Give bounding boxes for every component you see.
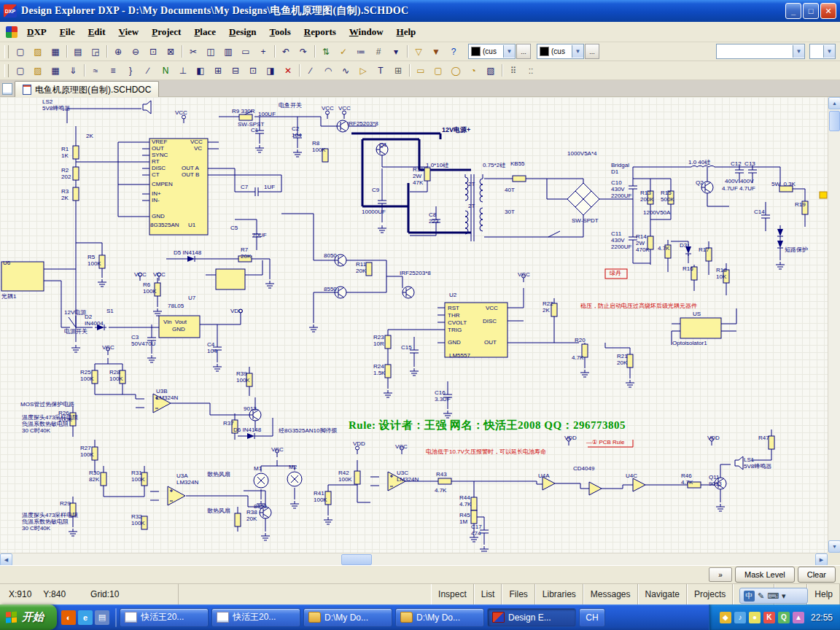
vertical-scrollbar[interactable]: ▲ ▼ [828,97,840,553]
quick-launch-browser-icon[interactable]: ◐ [61,610,76,625]
save-document-icon[interactable]: ▦ [47,43,64,60]
paste-icon[interactable]: ▥ [219,43,237,60]
panel-expand-button[interactable]: » [709,567,732,582]
edit-validate-icon[interactable]: ✓ [335,43,352,60]
place-arc-icon[interactable]: ◠ [319,62,337,79]
toolbar-grip[interactable] [4,64,9,77]
panel-button-messages[interactable]: Messages [583,584,638,604]
fill-color-more-button[interactable]: ... [585,44,599,59]
save-all-icon[interactable]: ▦ [47,62,64,79]
zoom-selection-icon[interactable]: ⊠ [162,43,179,60]
menu-item-design[interactable]: Design [222,23,263,41]
place-round-rectangle-icon[interactable]: ▢ [429,62,447,79]
tray-icon-4[interactable]: K [763,612,775,623]
sort-icon[interactable]: ⇅ [317,43,335,60]
scroll-up-icon[interactable]: ▲ [828,97,840,109]
menu-item-help[interactable]: Help [390,23,423,41]
tray-icon-5[interactable]: Q [778,612,790,623]
chevron-down-icon[interactable]: ▼ [793,45,804,58]
taskbar-button[interactable]: D:\My Do... [303,608,392,627]
move-icon[interactable]: + [254,43,272,60]
title-bar[interactable]: DXP Design Explorer DXP - D:\My Document… [0,0,840,22]
tray-icon-1[interactable]: ◆ [720,612,731,623]
new-sheet-icon[interactable]: ▢ [12,62,29,79]
filter-icon[interactable]: ▽ [410,43,427,60]
taskbar-button[interactable]: Design E... [487,608,576,627]
place-bezier-icon[interactable]: ∿ [337,62,354,79]
tray-icon-6[interactable]: ▲ [793,612,804,623]
start-button[interactable]: 开始 [0,604,57,630]
help-icon[interactable]: ? [445,43,462,60]
wire-color-combo[interactable]: (cus ▼ [468,44,516,59]
menu-item-tools[interactable]: Tools [263,23,298,41]
tray-icon-3[interactable]: ● [749,612,761,623]
horizontal-scrollbar[interactable]: ◀ ▶ [0,553,828,565]
tab-schematic-document[interactable]: 电鱼机原理图(自制).SCHDOC [15,81,159,98]
place-net-label-icon[interactable]: N [157,62,174,79]
mask-level-button[interactable]: Mask Level [735,567,795,583]
open-document-icon[interactable]: ▨ [29,43,47,60]
toolbar-grip[interactable] [4,45,9,58]
restore-button[interactable]: □ [803,3,819,19]
chevron-down-icon[interactable]: ▼ [823,45,835,58]
place-sheet-entry-icon[interactable]: ⊟ [227,62,244,79]
place-image-icon[interactable]: ▧ [482,62,499,79]
place-ellipse-icon[interactable]: ◯ [447,62,464,79]
taskbar-button[interactable]: 快活王20... [211,608,300,627]
schematic-canvas[interactable]: LS2 5V8蜂鸣器R9 330R100UF电鱼开关SW-SPSTC1C2 10… [0,97,828,553]
place-device-sheet-icon[interactable]: ⊡ [244,62,262,79]
grid-settings-icon[interactable]: # [370,43,387,60]
zoom-in-icon[interactable]: ⊕ [109,43,127,60]
open-project-icon[interactable]: ▨ [29,62,47,79]
place-signal-harness-icon[interactable]: } [122,62,139,79]
taskbar-button[interactable]: D:\My Do... [395,608,484,627]
panel-button-libraries[interactable]: Libraries [535,584,583,604]
fill-color-combo[interactable]: (cus ▼ [537,44,584,59]
place-line-icon[interactable]: ∕ [302,62,319,79]
chinese-input-icon[interactable]: 中 [744,591,755,602]
wire-color-more-button[interactable]: ... [516,44,531,59]
place-harness-connector-icon[interactable]: ◨ [262,62,279,79]
place-wire-icon[interactable]: ≈ [87,62,104,79]
clear-button[interactable]: Clear [798,567,836,583]
minimize-button[interactable]: _ [785,3,801,19]
redo-icon[interactable]: ↷ [295,43,312,60]
vertical-scroll-thumb[interactable] [829,111,840,131]
place-no-erc-icon[interactable]: ✕ [279,62,297,79]
import-icon[interactable]: ⇓ [64,62,82,79]
copy-icon[interactable]: ◫ [202,43,219,60]
place-power-port-icon[interactable]: ⊥ [174,62,192,79]
undo-icon[interactable]: ↶ [277,43,295,60]
zoom-area-icon[interactable]: ⊡ [144,43,162,60]
chevron-down-icon[interactable]: ▼ [503,45,515,58]
panel-button-help[interactable]: Help [807,584,840,604]
panel-button-list[interactable]: List [474,584,502,604]
place-text-icon[interactable]: T [372,62,389,79]
pen-input-icon[interactable]: ✎ [758,591,764,601]
cut-icon[interactable]: ✂ [184,43,202,60]
menu-item-place[interactable]: Place [187,23,222,41]
menu-item-edit[interactable]: Edit [82,23,112,41]
list-icon[interactable]: ≔ [352,43,370,60]
keyboard-layout-icon[interactable]: ⌨ [767,591,779,601]
place-table-icon[interactable]: ⊞ [389,62,407,79]
clear-filter-icon[interactable]: ▼ [427,43,445,60]
variant-select[interactable]: ▼ [716,44,805,59]
align-icon[interactable]: ⠿ [505,62,522,79]
place-sheet-symbol-icon[interactable]: ⊞ [209,62,227,79]
menu-item-file[interactable]: File [53,23,82,41]
menu-item-reports[interactable]: Reports [298,23,343,41]
taskbar-button[interactable]: 快活王20... [120,608,209,627]
new-document-icon[interactable]: ▢ [12,43,29,60]
dropdown-icon[interactable]: ▾ [387,43,405,60]
place-bus-icon[interactable]: ≡ [104,62,122,79]
place-part-icon[interactable]: ◧ [192,62,209,79]
panel-button-navigate[interactable]: Navigate [638,584,687,604]
scroll-right-icon[interactable]: ▶ [815,553,828,566]
place-polygon-icon[interactable]: ▷ [354,62,372,79]
language-options-icon[interactable]: ▾ [782,591,786,601]
horizontal-scroll-thumb[interactable] [341,554,372,565]
menu-item-view[interactable]: View [112,23,146,41]
quick-launch-show-desktop-icon[interactable]: ▤ [95,610,109,625]
tray-icon-2[interactable]: ♪ [734,612,746,623]
